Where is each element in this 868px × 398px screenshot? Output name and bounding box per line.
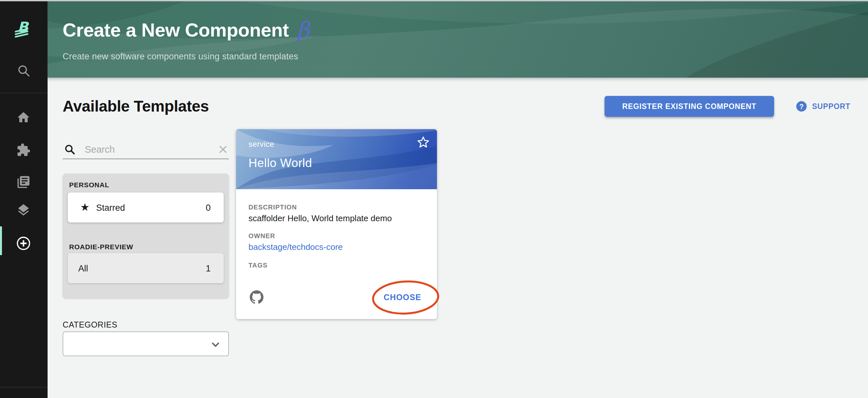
- page-title-text: Create a New Component: [63, 18, 289, 42]
- star-outline-icon: [417, 136, 429, 148]
- sidebar-item-create[interactable]: [0, 236, 47, 251]
- filter-group-label-personal: PERSONAL: [69, 181, 109, 189]
- choose-button[interactable]: CHOOSE: [383, 293, 421, 302]
- filter-item-all[interactable]: All 1: [68, 253, 224, 283]
- filter-item-count: 1: [206, 263, 211, 273]
- star-icon: ★: [80, 202, 90, 213]
- layers-icon: [16, 203, 31, 217]
- page-subtitle: Create new software components using sta…: [63, 52, 298, 61]
- description-text: scaffolder Hello, World template demo: [248, 213, 392, 223]
- page-title: Create a New Componentβ: [63, 18, 309, 42]
- chevron-down-icon: [211, 342, 220, 348]
- sidebar-item-docs[interactable]: [0, 175, 47, 189]
- tags-label: TAGS: [248, 262, 268, 269]
- description-label: DESCRIPTION: [248, 204, 297, 211]
- svg-text:B: B: [18, 19, 29, 35]
- page-header: Create a New Componentβ Create new softw…: [47, 1, 868, 78]
- sidebar-item-plugins[interactable]: [0, 143, 47, 157]
- sidebar: B: [0, 1, 48, 398]
- plus-circle-icon: [16, 236, 31, 251]
- filter-item-count: 0: [206, 203, 211, 212]
- register-existing-component-button[interactable]: REGISTER EXISTING COMPONENT: [604, 96, 774, 117]
- owner-label: OWNER: [248, 232, 275, 240]
- filter-group-label-roadie-preview: ROADIE-PREVIEW: [69, 243, 133, 250]
- favorite-star-button[interactable]: [417, 136, 429, 148]
- support-button[interactable]: ? SUPPORT: [797, 96, 851, 117]
- sidebar-item-home[interactable]: [0, 110, 47, 125]
- sidebar-bottom-divider: [0, 387, 47, 388]
- template-card-header: service Hello World: [236, 129, 437, 189]
- search-input[interactable]: [84, 144, 218, 155]
- content-area: Available Templates REGISTER EXISTING CO…: [47, 78, 868, 398]
- template-card-hello-world: service Hello World DESCRIPTION scaffold…: [236, 129, 437, 319]
- filter-item-label: All: [78, 263, 88, 273]
- search-icon: [17, 64, 30, 77]
- active-item-indicator: [0, 226, 2, 255]
- clear-search-icon[interactable]: [218, 145, 227, 154]
- beta-badge: β: [297, 18, 309, 42]
- filter-item-label: Starred: [96, 203, 125, 212]
- home-icon: [16, 110, 31, 125]
- section-heading: Available Templates: [63, 97, 209, 116]
- create-component-page: B: [0, 0, 868, 398]
- sidebar-logo[interactable]: B: [0, 18, 47, 44]
- filter-item-starred[interactable]: ★ Starred 0: [68, 192, 224, 222]
- help-icon: ?: [797, 101, 807, 112]
- categories-select[interactable]: [63, 332, 229, 356]
- template-search-field: [63, 140, 229, 159]
- template-title: Hello World: [248, 156, 312, 170]
- sidebar-divider: [0, 93, 47, 93]
- backstage-logo-icon: B: [10, 18, 36, 44]
- template-type-label: service: [248, 140, 274, 149]
- window-top-edge: [0, 0, 868, 1]
- support-label: SUPPORT: [812, 102, 851, 110]
- sidebar-item-search[interactable]: [0, 63, 47, 78]
- filter-panel: PERSONAL ★ Starred 0 ROADIE-PREVIEW All …: [63, 174, 229, 298]
- github-icon: [250, 290, 264, 304]
- puzzle-icon: [16, 143, 31, 157]
- sidebar-item-catalog[interactable]: [0, 203, 47, 217]
- library-books-icon: [16, 175, 31, 189]
- search-icon: [65, 144, 76, 155]
- owner-link[interactable]: backstage/techdocs-core: [248, 242, 343, 252]
- categories-label: CATEGORIES: [63, 320, 117, 330]
